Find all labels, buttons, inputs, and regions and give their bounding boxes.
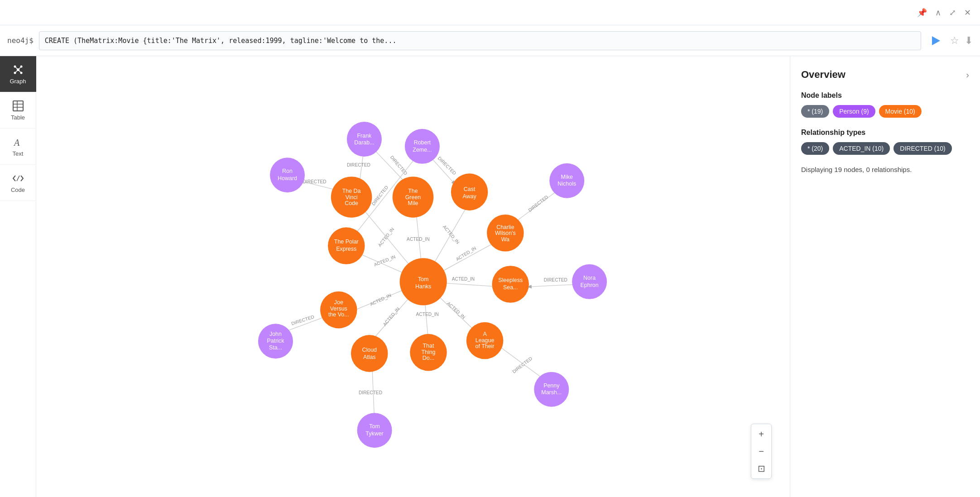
svg-text:ACTED_IN: ACTED_IN: [442, 224, 461, 245]
graph-area[interactable]: ACTED_IN ACTED_IN ACTED_IN ACTED_IN ACTE…: [36, 56, 790, 497]
svg-text:ACTED_IN: ACTED_IN: [373, 254, 396, 268]
sidebar-item-graph[interactable]: Graph: [0, 56, 36, 92]
node-ronhoward[interactable]: [270, 158, 305, 192]
edge-penny-aleague: [495, 343, 546, 381]
svg-text:ACTED_IN: ACTED_IN: [382, 306, 401, 327]
app-window: 📌 ∧ ⤢ ✕ neo4j$ ☆ ⬇: [0, 0, 980, 497]
sidebar-label-text: Text: [13, 150, 24, 157]
node-frankdarab[interactable]: [347, 122, 382, 157]
titlebar: 📌 ∧ ⤢ ✕: [0, 0, 980, 25]
svg-text:DIRECTED: DIRECTED: [291, 314, 315, 326]
badge-all-rels[interactable]: * (20): [801, 142, 829, 155]
pin-icon[interactable]: 📌: [917, 8, 927, 18]
badge-acted-in[interactable]: ACTED_IN (10): [833, 142, 890, 155]
sidebar-item-text[interactable]: A Text: [0, 129, 36, 165]
graph-svg: ACTED_IN ACTED_IN ACTED_IN ACTED_IN ACTE…: [36, 56, 790, 497]
graph-icon: [12, 63, 24, 76]
display-info: Displaying 19 nodes, 0 relationships.: [801, 166, 969, 173]
sidebar-item-code[interactable]: Code: [0, 165, 36, 201]
svg-text:A: A: [13, 138, 20, 148]
node-cloudatlas[interactable]: [351, 335, 388, 372]
overview-panel: Overview › Node labels * (19) Person (9)…: [790, 56, 980, 497]
svg-line-7: [18, 67, 21, 70]
svg-line-15: [17, 176, 19, 181]
svg-text:ACTED_IN: ACTED_IN: [407, 237, 429, 242]
code-icon: [12, 172, 24, 185]
node-mikenicolos[interactable]: [549, 163, 584, 198]
svg-line-6: [15, 67, 18, 70]
svg-text:DIRECTED: DIRECTED: [528, 194, 549, 213]
node-davinci[interactable]: [331, 177, 372, 218]
badge-directed[interactable]: DIRECTED (10): [894, 142, 951, 155]
node-charlie[interactable]: [487, 215, 524, 252]
svg-line-9: [18, 70, 21, 73]
svg-text:ACTED_IN: ACTED_IN: [369, 293, 392, 307]
run-button[interactable]: [927, 32, 945, 50]
node-aleague[interactable]: [466, 322, 504, 359]
fit-button[interactable]: ⊡: [753, 460, 769, 477]
svg-text:DIRECTED: DIRECTED: [347, 162, 370, 167]
text-icon: A: [12, 136, 24, 148]
maximize-icon[interactable]: ⤢: [949, 8, 956, 18]
node-noraephron[interactable]: [572, 264, 607, 299]
prompt-label: neo4j$: [7, 36, 34, 45]
sidebar-item-table[interactable]: Table: [0, 92, 36, 129]
svg-text:DIRECTED: DIRECTED: [359, 390, 382, 395]
close-icon[interactable]: ✕: [964, 8, 971, 18]
node-pennymarsh[interactable]: [534, 372, 569, 407]
main-content: Graph Table A Text: [0, 56, 980, 497]
panel-chevron-icon[interactable]: ›: [966, 70, 969, 80]
svg-text:DIRECTED: DIRECTED: [437, 156, 457, 176]
node-castaway[interactable]: [451, 173, 488, 210]
download-button[interactable]: ⬇: [965, 35, 973, 47]
zoom-out-button[interactable]: −: [753, 443, 769, 459]
relationship-badges: * (20) ACTED_IN (10) DIRECTED (10): [801, 142, 969, 155]
node-labels-title: Node labels: [801, 91, 969, 100]
badge-movie-nodes[interactable]: Movie (10): [879, 105, 922, 118]
chevron-up-icon[interactable]: ∧: [935, 8, 941, 18]
node-thatthing[interactable]: [410, 334, 447, 371]
sidebar-label-table: Table: [11, 114, 25, 121]
zoom-controls: + − ⊡: [751, 424, 772, 479]
panel-header: Overview ›: [801, 69, 969, 81]
node-robertzeme[interactable]: [405, 129, 440, 164]
query-input[interactable]: [39, 31, 921, 50]
svg-marker-0: [932, 36, 940, 45]
sidebar-label-code: Code: [11, 186, 25, 193]
node-joe[interactable]: [320, 292, 357, 329]
toolbar: neo4j$ ☆ ⬇: [0, 25, 980, 56]
badge-all-nodes[interactable]: * (19): [801, 105, 829, 118]
sidebar-label-graph: Graph: [10, 78, 26, 85]
node-tomtykwer[interactable]: [357, 413, 392, 448]
svg-text:DIRECTED: DIRECTED: [511, 356, 533, 374]
svg-rect-10: [13, 101, 23, 111]
svg-text:ACTED_IN: ACTED_IN: [416, 312, 439, 317]
node-polarexpress[interactable]: [328, 227, 365, 264]
svg-text:DIRECTED: DIRECTED: [389, 155, 408, 176]
zoom-in-button[interactable]: +: [753, 426, 769, 442]
relationship-types-title: Relationship types: [801, 129, 969, 137]
svg-text:ACTED_IN: ACTED_IN: [452, 277, 475, 282]
sidebar: Graph Table A Text: [0, 56, 36, 497]
node-sleepless[interactable]: [492, 266, 529, 303]
node-greenmile[interactable]: [393, 177, 434, 218]
svg-text:ACTED_IN: ACTED_IN: [446, 301, 466, 320]
badge-person-nodes[interactable]: Person (9): [833, 105, 875, 118]
svg-line-8: [15, 70, 18, 73]
node-labels-badges: * (19) Person (9) Movie (10): [801, 105, 969, 118]
svg-text:DIRECTED: DIRECTED: [544, 277, 567, 282]
node-johnpatrick[interactable]: [258, 324, 293, 358]
svg-text:DIRECTED: DIRECTED: [303, 179, 327, 184]
node-tomhanks[interactable]: [400, 258, 447, 305]
panel-title: Overview: [801, 69, 845, 81]
star-button[interactable]: ☆: [950, 35, 959, 47]
table-icon: [12, 100, 24, 112]
